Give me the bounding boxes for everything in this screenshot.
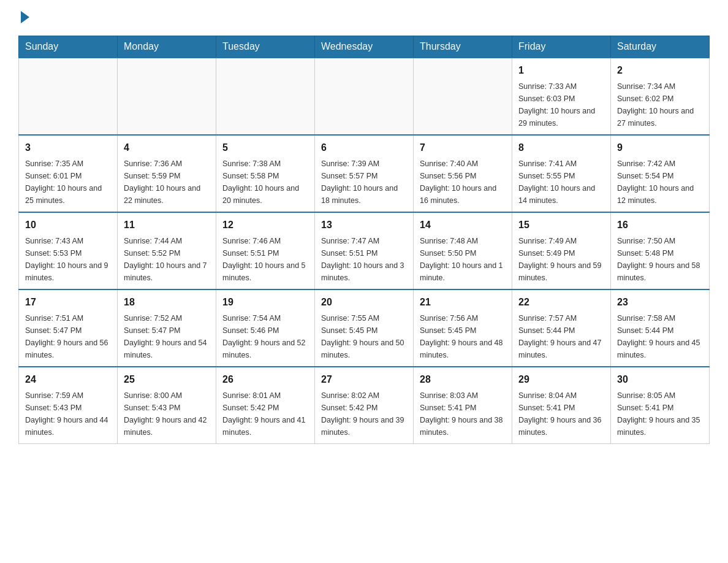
table-row: 20Sunrise: 7:55 AM Sunset: 5:45 PM Dayli… bbox=[315, 289, 414, 367]
day-number: 21 bbox=[420, 295, 506, 310]
day-info: Sunrise: 7:48 AM Sunset: 5:50 PM Dayligh… bbox=[420, 235, 506, 284]
table-row: 17Sunrise: 7:51 AM Sunset: 5:47 PM Dayli… bbox=[19, 289, 118, 367]
day-info: Sunrise: 8:03 AM Sunset: 5:41 PM Dayligh… bbox=[420, 389, 506, 439]
table-row bbox=[315, 58, 414, 135]
day-info: Sunrise: 8:02 AM Sunset: 5:42 PM Dayligh… bbox=[321, 389, 407, 439]
logo-arrow-icon bbox=[21, 11, 29, 23]
day-info: Sunrise: 8:00 AM Sunset: 5:43 PM Dayligh… bbox=[124, 389, 210, 439]
day-info: Sunrise: 7:50 AM Sunset: 5:48 PM Dayligh… bbox=[617, 235, 703, 284]
day-number: 10 bbox=[25, 218, 111, 232]
weekday-header-tuesday: Tuesday bbox=[216, 36, 315, 58]
day-info: Sunrise: 7:35 AM Sunset: 6:01 PM Dayligh… bbox=[25, 158, 111, 207]
table-row: 22Sunrise: 7:57 AM Sunset: 5:44 PM Dayli… bbox=[512, 289, 611, 367]
day-number: 7 bbox=[420, 140, 506, 155]
day-number: 15 bbox=[518, 218, 604, 232]
day-info: Sunrise: 7:56 AM Sunset: 5:45 PM Dayligh… bbox=[420, 312, 506, 361]
day-info: Sunrise: 7:57 AM Sunset: 5:44 PM Dayligh… bbox=[518, 312, 604, 361]
table-row: 12Sunrise: 7:46 AM Sunset: 5:51 PM Dayli… bbox=[216, 212, 315, 289]
page-header bbox=[18, 12, 710, 23]
day-info: Sunrise: 7:55 AM Sunset: 5:45 PM Dayligh… bbox=[321, 312, 407, 361]
weekday-header-wednesday: Wednesday bbox=[315, 36, 414, 58]
day-number: 25 bbox=[124, 372, 210, 387]
calendar-week-row: 24Sunrise: 7:59 AM Sunset: 5:43 PM Dayli… bbox=[19, 367, 710, 444]
day-info: Sunrise: 7:40 AM Sunset: 5:56 PM Dayligh… bbox=[420, 158, 506, 207]
table-row: 5Sunrise: 7:38 AM Sunset: 5:58 PM Daylig… bbox=[216, 135, 315, 212]
day-number: 24 bbox=[25, 372, 111, 387]
day-info: Sunrise: 7:38 AM Sunset: 5:58 PM Dayligh… bbox=[222, 158, 308, 207]
calendar-week-row: 1Sunrise: 7:33 AM Sunset: 6:03 PM Daylig… bbox=[19, 58, 710, 135]
day-number: 12 bbox=[222, 218, 308, 232]
day-number: 30 bbox=[617, 372, 703, 387]
table-row: 1Sunrise: 7:33 AM Sunset: 6:03 PM Daylig… bbox=[512, 58, 611, 135]
table-row: 14Sunrise: 7:48 AM Sunset: 5:50 PM Dayli… bbox=[414, 212, 512, 289]
day-number: 17 bbox=[25, 295, 111, 310]
day-number: 23 bbox=[617, 295, 703, 310]
table-row: 15Sunrise: 7:49 AM Sunset: 5:49 PM Dayli… bbox=[512, 212, 611, 289]
table-row: 16Sunrise: 7:50 AM Sunset: 5:48 PM Dayli… bbox=[611, 212, 710, 289]
table-row: 18Sunrise: 7:52 AM Sunset: 5:47 PM Dayli… bbox=[118, 289, 216, 367]
table-row: 29Sunrise: 8:04 AM Sunset: 5:41 PM Dayli… bbox=[512, 367, 611, 444]
day-info: Sunrise: 7:47 AM Sunset: 5:51 PM Dayligh… bbox=[321, 235, 407, 284]
table-row: 4Sunrise: 7:36 AM Sunset: 5:59 PM Daylig… bbox=[118, 135, 216, 212]
weekday-header-friday: Friday bbox=[512, 36, 611, 58]
table-row: 6Sunrise: 7:39 AM Sunset: 5:57 PM Daylig… bbox=[315, 135, 414, 212]
table-row bbox=[216, 58, 315, 135]
day-number: 18 bbox=[124, 295, 210, 310]
day-number: 14 bbox=[420, 218, 506, 232]
day-number: 26 bbox=[222, 372, 308, 387]
table-row: 23Sunrise: 7:58 AM Sunset: 5:44 PM Dayli… bbox=[611, 289, 710, 367]
table-row: 21Sunrise: 7:56 AM Sunset: 5:45 PM Dayli… bbox=[414, 289, 512, 367]
day-number: 1 bbox=[518, 63, 604, 78]
day-number: 20 bbox=[321, 295, 407, 310]
day-info: Sunrise: 8:01 AM Sunset: 5:42 PM Dayligh… bbox=[222, 389, 308, 439]
day-info: Sunrise: 8:04 AM Sunset: 5:41 PM Dayligh… bbox=[518, 389, 604, 439]
table-row: 9Sunrise: 7:42 AM Sunset: 5:54 PM Daylig… bbox=[611, 135, 710, 212]
table-row: 8Sunrise: 7:41 AM Sunset: 5:55 PM Daylig… bbox=[512, 135, 611, 212]
day-number: 16 bbox=[617, 218, 703, 232]
day-info: Sunrise: 7:52 AM Sunset: 5:47 PM Dayligh… bbox=[124, 312, 210, 361]
day-number: 19 bbox=[222, 295, 308, 310]
day-info: Sunrise: 7:39 AM Sunset: 5:57 PM Dayligh… bbox=[321, 158, 407, 207]
calendar-table: SundayMondayTuesdayWednesdayThursdayFrid… bbox=[18, 36, 710, 444]
table-row: 25Sunrise: 8:00 AM Sunset: 5:43 PM Dayli… bbox=[118, 367, 216, 444]
day-info: Sunrise: 7:59 AM Sunset: 5:43 PM Dayligh… bbox=[25, 389, 111, 439]
day-info: Sunrise: 7:54 AM Sunset: 5:46 PM Dayligh… bbox=[222, 312, 308, 361]
day-info: Sunrise: 7:34 AM Sunset: 6:02 PM Dayligh… bbox=[617, 80, 703, 129]
day-number: 4 bbox=[124, 140, 210, 155]
day-number: 6 bbox=[321, 140, 407, 155]
day-number: 8 bbox=[518, 140, 604, 155]
table-row: 26Sunrise: 8:01 AM Sunset: 5:42 PM Dayli… bbox=[216, 367, 315, 444]
day-info: Sunrise: 7:33 AM Sunset: 6:03 PM Dayligh… bbox=[518, 80, 604, 129]
table-row: 13Sunrise: 7:47 AM Sunset: 5:51 PM Dayli… bbox=[315, 212, 414, 289]
table-row: 28Sunrise: 8:03 AM Sunset: 5:41 PM Dayli… bbox=[414, 367, 512, 444]
day-info: Sunrise: 7:49 AM Sunset: 5:49 PM Dayligh… bbox=[518, 235, 604, 284]
table-row bbox=[118, 58, 216, 135]
day-info: Sunrise: 7:46 AM Sunset: 5:51 PM Dayligh… bbox=[222, 235, 308, 284]
day-number: 9 bbox=[617, 140, 703, 155]
day-number: 29 bbox=[518, 372, 604, 387]
day-number: 3 bbox=[25, 140, 111, 155]
calendar-week-row: 3Sunrise: 7:35 AM Sunset: 6:01 PM Daylig… bbox=[19, 135, 710, 212]
day-info: Sunrise: 7:43 AM Sunset: 5:53 PM Dayligh… bbox=[25, 235, 111, 284]
table-row bbox=[414, 58, 512, 135]
day-number: 27 bbox=[321, 372, 407, 387]
table-row: 19Sunrise: 7:54 AM Sunset: 5:46 PM Dayli… bbox=[216, 289, 315, 367]
weekday-header-saturday: Saturday bbox=[611, 36, 710, 58]
day-number: 11 bbox=[124, 218, 210, 232]
table-row: 10Sunrise: 7:43 AM Sunset: 5:53 PM Dayli… bbox=[19, 212, 118, 289]
day-number: 5 bbox=[222, 140, 308, 155]
day-number: 28 bbox=[420, 372, 506, 387]
day-info: Sunrise: 7:42 AM Sunset: 5:54 PM Dayligh… bbox=[617, 158, 703, 207]
table-row: 27Sunrise: 8:02 AM Sunset: 5:42 PM Dayli… bbox=[315, 367, 414, 444]
day-info: Sunrise: 7:41 AM Sunset: 5:55 PM Dayligh… bbox=[518, 158, 604, 207]
weekday-header-monday: Monday bbox=[118, 36, 216, 58]
day-number: 13 bbox=[321, 218, 407, 232]
day-number: 22 bbox=[518, 295, 604, 310]
table-row bbox=[19, 58, 118, 135]
table-row: 24Sunrise: 7:59 AM Sunset: 5:43 PM Dayli… bbox=[19, 367, 118, 444]
table-row: 3Sunrise: 7:35 AM Sunset: 6:01 PM Daylig… bbox=[19, 135, 118, 212]
calendar-week-row: 10Sunrise: 7:43 AM Sunset: 5:53 PM Dayli… bbox=[19, 212, 710, 289]
table-row: 30Sunrise: 8:05 AM Sunset: 5:41 PM Dayli… bbox=[611, 367, 710, 444]
day-info: Sunrise: 7:51 AM Sunset: 5:47 PM Dayligh… bbox=[25, 312, 111, 361]
day-info: Sunrise: 7:36 AM Sunset: 5:59 PM Dayligh… bbox=[124, 158, 210, 207]
